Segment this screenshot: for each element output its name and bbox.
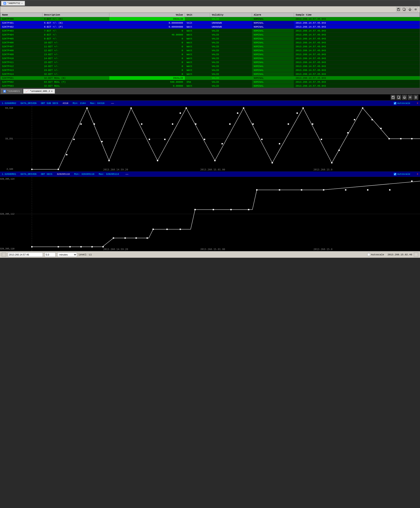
svg-rect-44 [157,160,158,161]
unit-select[interactable]: minutes seconds hours [57,253,77,257]
svg-rect-56 [252,123,254,125]
table-cell: 0.00000 [109,84,185,88]
table-cell: UNKNOWN [210,25,252,29]
table-cell: S2KTP501 [0,76,42,80]
table-cell: VALID [210,33,252,37]
table-cell: VALID [210,37,252,41]
chart-export-button[interactable] [396,95,401,100]
table-cell: 0 [109,52,185,56]
svg-rect-4 [403,8,405,10]
table-cell: 2013.260.14.57.45.943 [294,49,420,52]
table-cell: NOMINAL [252,68,294,72]
chart-save-button[interactable] [391,95,396,100]
chart1-name: 1.S2KHDR02 [2,102,16,105]
svg-rect-90 [135,237,137,239]
svg-rect-41 [130,107,132,109]
table-cell: VALID [210,52,252,56]
table-cell: Volt [185,21,210,25]
table-cell: 0 [109,45,185,49]
table-cell: Watt [185,52,210,56]
table-row: S2KTP50132-BIT REAL (N)INVALIDVALIDNOMIN… [0,76,420,80]
table-cell: 6-BIT +/- (P) [42,25,109,29]
chart2-close[interactable]: × [417,173,418,175]
table-cell: Watt [185,56,210,60]
svg-rect-96 [213,209,214,210]
table-cell: S2KTP408 [0,49,42,52]
chart2-mode: DATA_DRIVEN [21,173,37,175]
chart1-time-type: OBT SUB SECS [41,102,58,105]
chart1-current-value: 4318 [63,102,68,105]
chart-icon: 📈 [26,90,29,93]
table-cell: VALID [210,17,252,21]
svg-text:2013.260.14.59.20: 2013.260.14.59.20 [103,168,128,171]
nav-prev-button[interactable]: ‹ [2,253,6,257]
svg-point-27 [415,98,416,99]
global-autoscale-checkbox[interactable] [367,253,370,256]
chart-config-button[interactable] [413,95,418,100]
chart-menu-button[interactable] [408,95,412,100]
nav-next-button[interactable]: › [414,253,418,257]
table-row: S2KTP40711-BIT +/-0WattVALIDNOMINAL2013.… [0,45,420,49]
table-row: S2KTP4059-BIT +/-0WattVALIDNOMINAL2013.2… [0,37,420,41]
menu-button[interactable] [413,7,418,12]
save-button[interactable] [396,7,401,12]
tab-andpkt52[interactable]: ▦ *ANDPKT52 ✕ [1,1,25,6]
table-cell: INVALID [109,17,185,21]
table-cell: S2KTP503 [0,84,42,88]
table-cell: S2KTP405 [0,37,42,41]
table-cell: NOMINAL [252,84,294,88]
chart-print-button[interactable] [402,95,407,100]
top-toolbar [0,6,420,13]
svg-rect-106 [411,180,412,182]
table-cell: 4-BIT +/- (N) [42,17,109,21]
table-cell: 64-BIT REAL (T) [42,80,109,84]
svg-rect-37 [86,107,88,109]
table-cell: VALID [210,45,252,49]
table-cell: VALID [210,41,252,45]
svg-rect-89 [124,237,126,239]
print-button[interactable] [407,7,412,12]
tab-andpkt52-close[interactable]: ✕ [21,2,22,5]
svg-rect-6 [409,8,411,9]
table-cell: VALID [210,84,252,88]
tab-unnamed-grd-2-close[interactable]: ✕ [51,90,53,93]
svg-rect-102 [323,189,324,191]
svg-rect-66 [338,150,340,151]
svg-rect-59 [279,143,280,144]
tab-unnamed-grd-2[interactable]: 📈 *unnamed_GRD_2 ✕ [23,89,55,94]
chart1-y-max: 64,318 [0,107,13,109]
svg-rect-61 [296,112,298,114]
chart1-autoscale-checkbox[interactable] [394,102,396,105]
svg-rect-47 [180,112,181,114]
table-cell: S2KTP407 [0,45,42,49]
nav-next-icon: › [415,253,417,256]
chart2-autoscale-checkbox[interactable] [394,173,396,175]
col-sample: Sample time [294,13,420,17]
svg-text:2013.260.15.0: 2013.260.15.0 [314,248,332,251]
table-cell: S2KTP409 [0,52,42,56]
table-cell: 5-BIT +/- (N) [42,21,109,25]
svg-text:2013.260.15.01.00: 2013.260.15.01.00 [200,168,225,171]
table-cell: 9-BIT +/- [42,37,109,41]
table-cell [185,17,210,21]
tab-s2kand21[interactable]: ▦ *S2KAND21 [1,89,22,94]
svg-rect-95 [195,209,196,210]
bottom-tab-bar: ▦ *S2KAND21 📈 *unnamed_GRD_2 ✕ [0,88,420,94]
duration-input[interactable] [45,253,56,257]
svg-rect-52 [222,143,223,144]
svg-rect-69 [362,107,363,109]
table-row: S2KTP4015-BIT +/- (N)0.00000000VoltUNKNO… [0,21,420,25]
time-start-input[interactable] [8,253,43,257]
table-cell: VALID [210,56,252,60]
svg-rect-67 [347,132,348,134]
table-cell: 500.00000 [109,80,185,84]
svg-rect-100 [279,189,280,191]
table-cell: S2KTP410 [0,56,42,60]
table-cell: 0 [109,41,185,45]
svg-rect-87 [102,246,104,247]
chart1-close[interactable]: × [417,102,418,105]
svg-rect-64 [321,139,322,140]
table-cell: NOMINAL [252,21,294,25]
copy-button[interactable] [402,7,407,12]
tab-andpkt52-label: *ANDPKT52 [7,2,20,5]
